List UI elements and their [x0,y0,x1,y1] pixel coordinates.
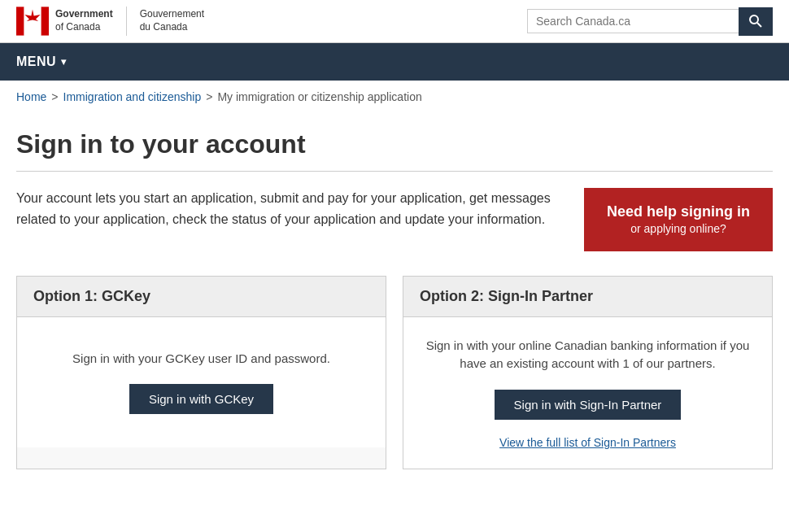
logo-divider [126,7,127,36]
main-content: Sign in to your account Your account let… [0,113,789,502]
search-bar [527,7,773,36]
option1-body: Sign in with your GCKey user ID and pass… [17,317,386,447]
canada-flag-icon [16,7,49,36]
option2-desc: Sign in with your online Canadian bankin… [420,337,756,373]
site-header: Government of Canada Gouvernement du Can… [0,0,789,43]
search-button[interactable] [739,7,773,36]
page-title: Sign in to your account [16,129,773,159]
title-divider [16,171,773,172]
options-row: Option 1: GCKey Sign in with your GCKey … [16,276,773,469]
menu-button[interactable]: MENU ▾ [0,43,83,81]
search-input[interactable] [527,9,739,33]
search-icon [749,15,762,28]
gov-fr-text: Gouvernement du Canada [140,8,204,33]
svg-rect-0 [16,7,24,35]
breadcrumb-immigration[interactable]: Immigration and citizenship [63,90,202,103]
option2-header: Option 2: Sign-In Partner [403,277,772,317]
canada-logo: Government of Canada [16,7,113,36]
help-btn-line2: or applying online? [607,221,750,236]
help-signing-in-button[interactable]: Need help signing in or applying online? [584,188,773,251]
logo-area: Government of Canada Gouvernement du Can… [16,7,204,36]
page-description: Your account lets you start an applicati… [16,188,551,229]
breadcrumb: Home > Immigration and citizenship > My … [0,81,789,113]
svg-point-4 [750,15,758,24]
help-btn-line1: Need help signing in [607,203,750,220]
gov-en-text: Government of Canada [55,8,113,33]
breadcrumb-home[interactable]: Home [16,90,46,103]
option-signin-partner-card: Option 2: Sign-In Partner Sign in with y… [403,276,773,469]
signin-partner-button[interactable]: Sign in with Sign-In Partner [495,390,682,420]
option-gckey-card: Option 1: GCKey Sign in with your GCKey … [16,276,386,469]
breadcrumb-sep-1: > [51,90,58,103]
gckey-signin-button[interactable]: Sign in with GCKey [129,384,273,414]
option1-desc: Sign in with your GCKey user ID and pass… [72,350,330,368]
main-nav: MENU ▾ [0,43,789,81]
intro-layout: Your account lets you start an applicati… [16,188,773,251]
option1-header: Option 1: GCKey [17,277,386,317]
option2-body: Sign in with your online Canadian bankin… [403,317,772,469]
breadcrumb-current: My immigration or citizenship applicatio… [217,90,421,103]
svg-rect-1 [41,7,49,35]
svg-line-5 [757,23,761,27]
breadcrumb-sep-2: > [206,90,212,103]
menu-label: MENU [16,55,56,69]
full-list-link[interactable]: View the full list of Sign-In Partners [499,436,676,449]
chevron-down-icon: ▾ [61,56,67,68]
